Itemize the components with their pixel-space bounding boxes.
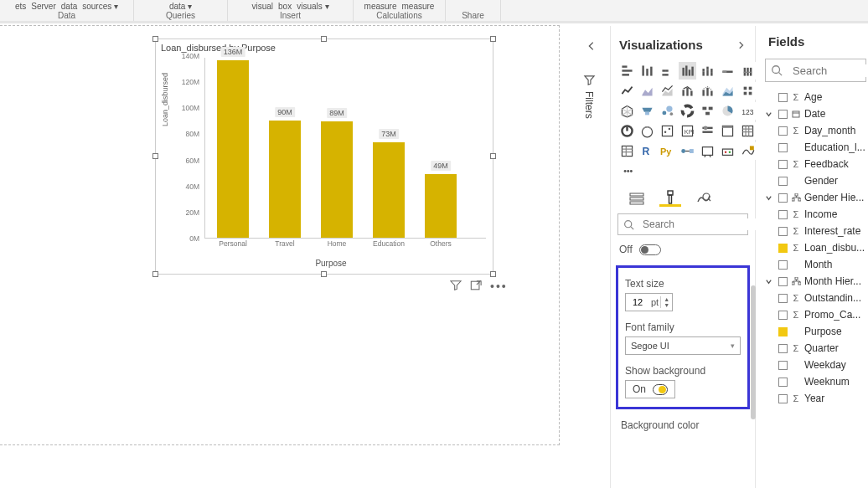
viz-type-icon[interactable] [739, 62, 757, 80]
viz-type-icon[interactable] [719, 62, 736, 80]
field-checkbox[interactable] [778, 227, 788, 236]
chevron-right-icon[interactable] [736, 40, 747, 50]
field-row[interactable]: ΣPromo_Ca... [765, 306, 868, 323]
chart-visual[interactable]: Loan_disbursed by Purpose Loan_disbursed… [155, 39, 493, 275]
field-checkbox[interactable] [778, 277, 788, 286]
bar[interactable] [373, 142, 405, 238]
viz-type-icon[interactable] [659, 102, 676, 120]
field-row[interactable]: Month [765, 256, 868, 273]
field-table-row[interactable]: Month Hier... [765, 273, 868, 290]
font-family-select[interactable]: Segoe UI ▾ [625, 336, 741, 355]
viz-type-icon[interactable] [659, 82, 676, 100]
field-checkbox[interactable] [778, 378, 788, 387]
viz-type-icon[interactable] [719, 122, 736, 140]
spinner-arrows[interactable]: ▲▼ [660, 296, 672, 308]
viz-type-icon[interactable] [618, 142, 636, 160]
field-row[interactable]: Education_l... [765, 139, 868, 156]
filter-icon[interactable] [450, 280, 462, 293]
viz-type-icon[interactable] [679, 82, 696, 100]
bar[interactable] [217, 60, 249, 238]
field-checkbox[interactable] [778, 260, 788, 270]
field-row[interactable]: ΣQuarter [765, 340, 868, 357]
fields-search[interactable] [765, 59, 866, 82]
viz-type-icon[interactable] [699, 82, 716, 100]
resize-handle[interactable] [152, 153, 158, 159]
field-row[interactable]: Gender [765, 172, 868, 189]
viz-type-icon[interactable] [659, 122, 676, 140]
field-checkbox[interactable] [778, 93, 788, 102]
format-search[interactable] [617, 213, 748, 235]
viz-type-icon[interactable] [699, 122, 716, 140]
viz-type-icon[interactable] [638, 82, 656, 100]
field-row[interactable]: ΣFeedback [765, 156, 868, 172]
scrollbar-thumb[interactable] [751, 285, 756, 419]
format-search-input[interactable] [639, 218, 772, 230]
field-checkbox[interactable] [778, 311, 788, 320]
field-checkbox[interactable] [778, 244, 788, 253]
field-checkbox[interactable] [778, 193, 788, 203]
field-row[interactable]: ΣAge [765, 89, 868, 105]
expand-icon[interactable] [765, 278, 774, 285]
field-row[interactable]: Weekday [765, 357, 868, 373]
viz-type-icon[interactable] [699, 142, 716, 160]
fields-well-tab[interactable] [626, 190, 648, 207]
viz-type-icon[interactable] [618, 162, 636, 180]
focus-mode-icon[interactable] [470, 280, 482, 293]
toggle-off[interactable] [639, 244, 661, 255]
fields-search-input[interactable] [788, 64, 868, 77]
toggle-on[interactable] [653, 384, 668, 395]
viz-type-icon[interactable]: KPI [679, 122, 696, 140]
field-table-row[interactable]: Date [765, 105, 868, 122]
viz-type-icon[interactable]: R [638, 142, 656, 160]
more-options-icon[interactable]: ••• [490, 280, 508, 293]
field-row[interactable]: ΣIncome [765, 206, 868, 223]
viz-type-icon[interactable]: Py [659, 142, 676, 160]
analytics-tab[interactable] [693, 190, 715, 207]
viz-type-icon[interactable] [618, 122, 636, 140]
viz-type-icon[interactable] [739, 142, 757, 160]
viz-type-icon[interactable] [739, 82, 757, 100]
viz-type-icon[interactable] [699, 102, 716, 120]
bar[interactable] [269, 121, 301, 238]
field-checkbox[interactable] [778, 294, 788, 303]
viz-type-icon[interactable] [638, 102, 656, 120]
viz-type-icon[interactable] [679, 102, 696, 120]
viz-type-icon[interactable] [618, 102, 636, 120]
viz-type-icon[interactable] [719, 82, 736, 100]
field-row[interactable]: ΣYear [765, 390, 868, 407]
bar[interactable] [425, 174, 457, 238]
viz-type-icon[interactable] [719, 142, 736, 160]
resize-handle[interactable] [490, 36, 496, 42]
viz-type-icon[interactable] [638, 62, 656, 80]
bar[interactable] [321, 121, 353, 238]
viz-type-icon[interactable] [638, 122, 656, 140]
field-checkbox[interactable] [778, 126, 788, 136]
viz-type-icon[interactable] [679, 142, 696, 160]
resize-handle[interactable] [490, 271, 496, 277]
field-checkbox[interactable] [778, 160, 788, 169]
resize-handle[interactable] [321, 271, 327, 277]
viz-type-icon[interactable] [659, 62, 676, 80]
viz-type-icon[interactable] [679, 62, 696, 80]
resize-handle[interactable] [490, 153, 496, 159]
field-checkbox[interactable] [778, 394, 788, 403]
filters-tab[interactable]: Filters [583, 74, 607, 119]
viz-type-icon[interactable] [699, 62, 716, 80]
field-table-row[interactable]: Gender Hie... [765, 189, 868, 206]
viz-type-icon[interactable] [739, 122, 757, 140]
format-tab[interactable] [659, 190, 681, 207]
resize-handle[interactable] [152, 271, 158, 277]
field-checkbox[interactable] [778, 361, 788, 370]
viz-type-icon[interactable] [618, 62, 636, 80]
expand-icon[interactable] [765, 194, 774, 202]
field-row[interactable]: ΣLoan_disbu... [765, 239, 868, 256]
field-checkbox[interactable] [778, 110, 788, 119]
card-toggle-off[interactable]: Off [611, 240, 755, 264]
field-checkbox[interactable] [778, 177, 788, 186]
field-row[interactable]: Weeknum [765, 373, 868, 390]
field-row[interactable]: ΣOutstandin... [765, 290, 868, 306]
field-checkbox[interactable] [778, 210, 788, 219]
expand-icon[interactable] [765, 110, 774, 118]
field-checkbox[interactable] [778, 344, 788, 353]
show-background-toggle[interactable]: On [625, 380, 675, 398]
